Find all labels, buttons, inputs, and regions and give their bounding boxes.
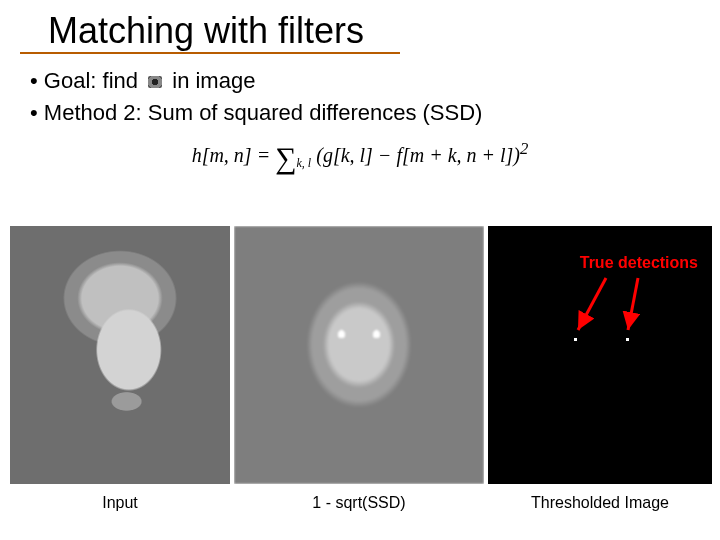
bullet-goal: Goal: find in image bbox=[30, 66, 720, 96]
template-eye-icon bbox=[148, 76, 162, 88]
goal-prefix: Goal: find bbox=[44, 68, 138, 93]
portrait-placeholder bbox=[10, 226, 230, 484]
ssd-image bbox=[234, 226, 484, 484]
sigma-icon: ∑ bbox=[275, 141, 296, 174]
formula-body: (g[k, l] − f[m + k, n + l]) bbox=[316, 144, 520, 166]
slide-title: Matching with filters bbox=[20, 0, 400, 54]
ssd-formula: h[m, n] = ∑k, l (g[k, l] − f[m + k, n + … bbox=[0, 139, 720, 175]
detection-dot-2 bbox=[626, 338, 629, 341]
panel-ssd: 1 - sqrt(SSD) bbox=[234, 226, 484, 512]
svg-line-0 bbox=[578, 278, 606, 330]
panel-threshold: True detections Thresholded Image bbox=[488, 226, 712, 512]
formula-sup: 2 bbox=[520, 139, 528, 158]
arrows-icon bbox=[488, 226, 712, 484]
bullet-list: Goal: find in image Method 2: Sum of squ… bbox=[0, 62, 720, 127]
threshold-black: True detections bbox=[488, 226, 712, 484]
svg-line-1 bbox=[628, 278, 638, 330]
input-caption: Input bbox=[10, 494, 230, 512]
threshold-image: True detections bbox=[488, 226, 712, 484]
formula-sum-sub: k, l bbox=[297, 156, 312, 170]
input-image bbox=[10, 226, 230, 484]
bullet-method: Method 2: Sum of squared differences (SS… bbox=[30, 98, 720, 128]
detection-dot-1 bbox=[574, 338, 577, 341]
panel-input: Input bbox=[10, 226, 230, 512]
panel-row: Input 1 - sqrt(SSD) True detections bbox=[10, 226, 712, 512]
ssd-map-placeholder bbox=[234, 226, 484, 484]
formula-lhs: h[m, n] = bbox=[192, 144, 276, 166]
threshold-caption: Thresholded Image bbox=[488, 494, 712, 512]
goal-suffix: in image bbox=[172, 68, 255, 93]
ssd-caption: 1 - sqrt(SSD) bbox=[234, 494, 484, 512]
